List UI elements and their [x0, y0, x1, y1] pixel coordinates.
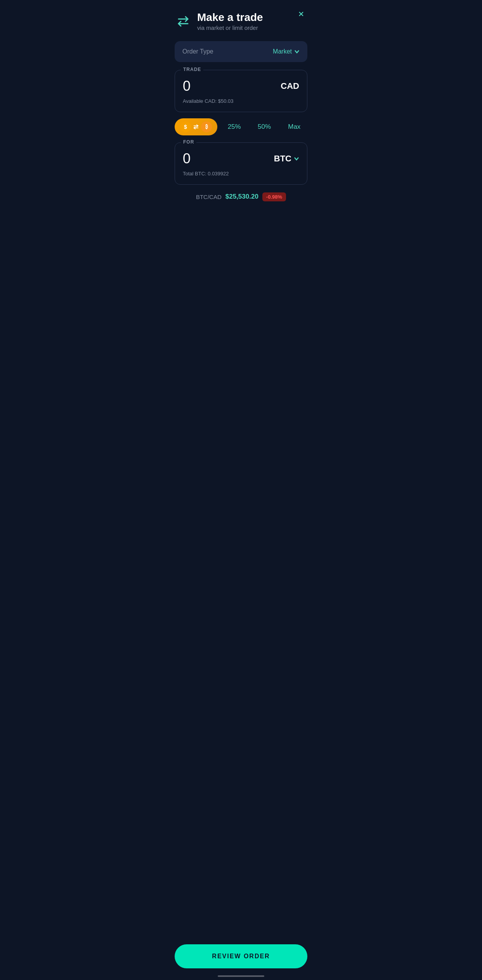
- for-amount[interactable]: 0: [183, 151, 191, 167]
- header: Make a trade via market or limit order: [165, 0, 317, 35]
- pct-25-button[interactable]: 25%: [221, 121, 247, 133]
- chevron-down-icon: [294, 49, 300, 54]
- for-label: FOR: [181, 139, 196, 145]
- trade-currency: CAD: [281, 81, 299, 91]
- main-content: Order Type Market TRADE 0 CAD Available …: [165, 35, 317, 208]
- pct-50-button[interactable]: 50%: [251, 121, 277, 133]
- close-button[interactable]: [295, 8, 307, 20]
- for-currency: BTC: [274, 154, 291, 164]
- trade-section: TRADE 0 CAD Available CAD: $50.03: [175, 70, 307, 112]
- trade-card: 0 CAD Available CAD: $50.03: [175, 70, 307, 112]
- btc-coin-icon: ₿: [201, 121, 212, 132]
- page-subtitle: via market or limit order: [197, 24, 263, 31]
- swap-button[interactable]: $ ₿: [175, 118, 217, 135]
- for-section: FOR 0 BTC Total BTC: 0.039922: [175, 142, 307, 185]
- title-text: Make a trade via market or limit order: [197, 12, 263, 31]
- chevron-down-for-icon: [294, 156, 299, 161]
- action-row: $ ₿ 25% 50% Max: [175, 118, 307, 135]
- trade-arrows-icon: [175, 13, 192, 30]
- price-value: $25,530.20: [225, 193, 258, 201]
- trade-amount[interactable]: 0: [183, 78, 191, 94]
- order-type-value[interactable]: Market: [273, 48, 300, 55]
- order-type-selected: Market: [273, 48, 292, 55]
- close-icon: [297, 10, 305, 18]
- trade-input-row: 0 CAD: [183, 78, 299, 94]
- for-currency-selector[interactable]: BTC: [274, 154, 299, 164]
- price-change-badge: -0.98%: [262, 192, 286, 201]
- trade-available: Available CAD: $50.03: [183, 98, 299, 104]
- order-type-selector[interactable]: Order Type Market: [175, 41, 307, 62]
- swap-arrows-icon: [192, 123, 199, 130]
- price-row: BTC/CAD $25,530.20 -0.98%: [175, 192, 307, 201]
- page-title: Make a trade: [197, 12, 263, 24]
- order-type-label: Order Type: [182, 48, 213, 55]
- title-section: Make a trade via market or limit order: [175, 12, 307, 31]
- trade-label: TRADE: [181, 67, 203, 72]
- pct-max-button[interactable]: Max: [281, 121, 307, 133]
- dollar-coin-icon: $: [180, 121, 191, 132]
- price-pair: BTC/CAD: [196, 194, 222, 200]
- for-total: Total BTC: 0.039922: [183, 171, 299, 177]
- for-card: 0 BTC Total BTC: 0.039922: [175, 142, 307, 185]
- for-input-row: 0 BTC: [183, 151, 299, 167]
